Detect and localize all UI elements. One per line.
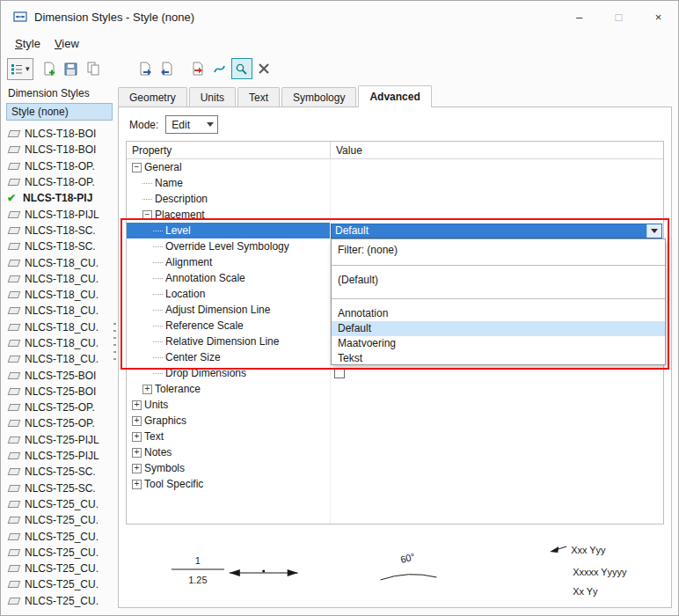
update-style-button[interactable] (187, 58, 208, 79)
mode-combobox[interactable]: Edit (165, 115, 218, 134)
style-list-item[interactable]: NLCS-T25-BOI (6, 384, 113, 400)
new-style-button[interactable] (39, 58, 60, 79)
style-list-item[interactable]: ✔NLCS-T18-PIJ (6, 190, 113, 206)
tab-text[interactable]: Text (237, 87, 280, 106)
style-list-item[interactable]: NLCS-T25-PIJL (6, 432, 113, 448)
tree-row-general[interactable]: −General (127, 159, 663, 175)
style-list-item[interactable]: NLCS-T18-OP. (6, 174, 113, 190)
style-list-item[interactable]: NLCS-T18_CU. (6, 351, 113, 367)
style-list-item[interactable]: NLCS-T25_CU. (6, 496, 113, 512)
tree-row-symbols[interactable]: +Symbols (127, 460, 663, 476)
note-line-3: Xx Yy (573, 586, 598, 597)
style-list-item[interactable]: NLCS-T25-OP. (6, 415, 113, 431)
style-list-item[interactable]: NLCS-T25_CU. (6, 593, 113, 609)
style-list-item[interactable]: NLCS-T18-SC. (6, 238, 113, 254)
style-list-item[interactable]: NLCS-T18-BOI (6, 142, 113, 158)
style-list-item[interactable]: NLCS-T25-BOI (6, 367, 113, 383)
dimension-style-icon (8, 533, 21, 540)
current-style-item[interactable]: Style (none) (7, 104, 112, 120)
level-combobox[interactable]: Default (331, 224, 662, 238)
toggle-style-preview-button[interactable] (231, 58, 252, 79)
property-cell: Override Level Symbology (127, 238, 330, 254)
tab-symbology[interactable]: Symbology (281, 87, 356, 106)
style-list-item[interactable]: NLCS-T25-PIJL (6, 448, 113, 464)
collapse-box[interactable]: − (142, 210, 152, 220)
style-list-item[interactable]: NLCS-T25_CU. (6, 545, 113, 561)
dropdown-option-maatvoering[interactable]: Maatvoering (332, 336, 665, 351)
tree-row-graphics[interactable]: +Graphics (127, 413, 663, 429)
dropdown-button[interactable] (646, 224, 661, 238)
style-list-item[interactable]: NLCS-T18_CU. (6, 335, 113, 351)
tab-advanced[interactable]: Advanced (358, 85, 431, 107)
drop-dimensions-checkbox[interactable] (334, 368, 345, 378)
style-list-item[interactable]: NLCS-T18_CU. (6, 319, 113, 335)
style-list-item[interactable]: NLCS-T18_CU. (6, 303, 113, 319)
style-list-item[interactable]: NLCS-T18_CU. (6, 271, 113, 287)
dropdown-option-annotation[interactable]: Annotation (332, 306, 665, 321)
style-list-item[interactable]: NLCS-T25_CU. (6, 576, 113, 592)
style-list-item[interactable]: NLCS-T18-PIJL (6, 206, 113, 222)
tree-label: Units (144, 399, 168, 411)
tab-geometry[interactable]: Geometry (118, 87, 187, 106)
dimension-style-icon (8, 404, 21, 411)
expand-box[interactable]: + (132, 448, 142, 458)
expand-box[interactable]: + (132, 464, 142, 473)
style-menu-button[interactable]: ▾ (7, 58, 33, 80)
property-cell: +Graphics (127, 413, 330, 429)
menu-item-style[interactable]: Style (8, 35, 47, 52)
style-list-item[interactable]: NLCS-T25-SC. (6, 464, 113, 480)
tree-connector (153, 341, 163, 342)
style-list-item[interactable]: NLCS-T18-SC. (6, 223, 113, 238)
tree-row-tool-specific[interactable]: +Tool Specific (127, 476, 663, 492)
minimize-button[interactable]: – (559, 1, 599, 33)
delete-style-button[interactable] (253, 58, 274, 79)
tree-row-notes[interactable]: +Notes (127, 444, 663, 460)
splitter-handle[interactable] (113, 323, 116, 363)
expand-box[interactable]: + (142, 385, 152, 394)
property-cell: Level (127, 223, 330, 238)
dropdown-option-default-parenthesized[interactable]: (Default) (332, 271, 665, 290)
expand-box[interactable]: + (132, 480, 142, 489)
tree-row-tolerance[interactable]: +Tolerance (127, 381, 663, 397)
style-list-item[interactable]: NLCS-T18-OP. (6, 158, 113, 174)
dropdown-option-default[interactable]: Default (332, 321, 665, 336)
style-list-item[interactable]: NLCS-T18_CU. (6, 287, 113, 303)
style-list-item[interactable]: NLCS-T18-BOI (6, 126, 113, 142)
expand-box[interactable]: + (132, 432, 142, 442)
tree-row-drop-dimensions[interactable]: Drop Dimensions (127, 365, 663, 381)
dimension-style-icon (8, 598, 21, 605)
style-list-item[interactable]: NLCS-T25_CU. (6, 512, 113, 528)
tree-row-level[interactable]: LevelDefault (127, 223, 663, 238)
import-style-button[interactable] (157, 58, 178, 79)
tab-units[interactable]: Units (189, 87, 236, 106)
tree-row-text[interactable]: +Text (127, 429, 663, 444)
style-list-item[interactable]: NLCS-T25-SC. (6, 480, 113, 496)
property-cell: −General (127, 159, 330, 175)
expand-box[interactable]: + (132, 416, 142, 426)
tree-row-units[interactable]: +Units (127, 397, 663, 413)
dropdown-filter[interactable]: Filter: (none) (332, 241, 665, 260)
style-list-item[interactable]: NLCS-T25_CU. (6, 528, 113, 544)
tree-row-description[interactable]: Description (127, 191, 663, 207)
chevron-down-icon (207, 122, 214, 127)
tree-row-placement[interactable]: −Placement (127, 207, 663, 223)
style-list-item[interactable]: NLCS-T18_CU. (6, 254, 113, 270)
export-style-button[interactable] (135, 58, 156, 79)
expand-box[interactable]: + (132, 400, 142, 410)
angle-label: 60° (399, 551, 416, 565)
save-style-button[interactable] (61, 58, 82, 79)
link-style-button[interactable] (209, 58, 230, 79)
style-name: NLCS-T25_CU. (25, 498, 99, 510)
collapse-box[interactable]: − (132, 163, 142, 172)
level-dropdown-popup: Filter: (none) (Default) AnnotationDefau… (331, 238, 666, 365)
tree-row-name[interactable]: Name (127, 175, 663, 191)
dropdown-option-tekst[interactable]: Tekst (332, 351, 665, 366)
copy-style-button[interactable] (83, 58, 104, 79)
style-list-item[interactable]: NLCS-T25_CU. (6, 561, 113, 576)
style-list-item[interactable]: NLCS-T25-OP. (6, 400, 113, 415)
maximize-button[interactable]: □ (599, 1, 639, 33)
menu-item-view[interactable]: View (47, 35, 86, 52)
titlebar: Dimension Styles - Style (none) – □ × (1, 1, 678, 33)
close-button[interactable]: × (639, 1, 678, 33)
value-cell (330, 365, 663, 381)
